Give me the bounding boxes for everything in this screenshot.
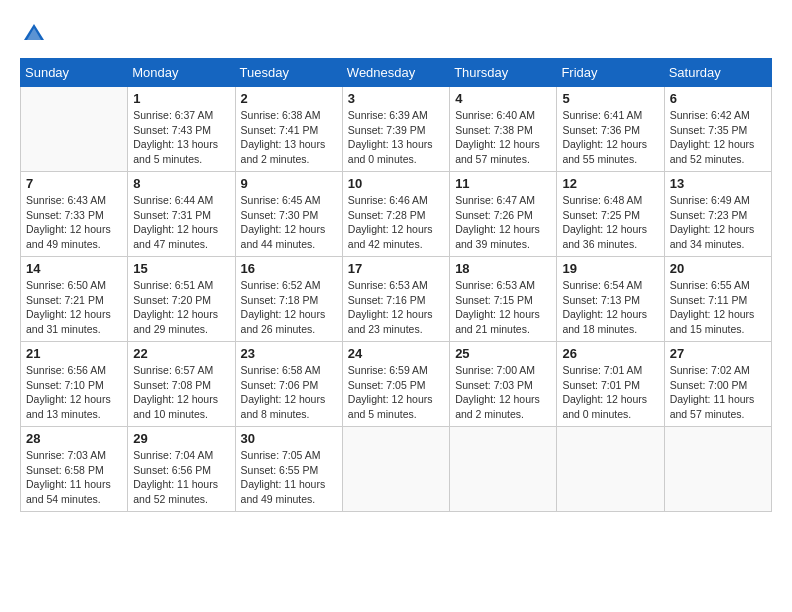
- col-header-monday: Monday: [128, 59, 235, 87]
- calendar-cell: 10 Sunrise: 6:46 AM Sunset: 7:28 PM Dayl…: [342, 172, 449, 257]
- day-number: 29: [133, 431, 229, 446]
- daylight-text: Daylight: 11 hours and 54 minutes.: [26, 478, 111, 505]
- day-number: 23: [241, 346, 337, 361]
- calendar-cell: 5 Sunrise: 6:41 AM Sunset: 7:36 PM Dayli…: [557, 87, 664, 172]
- calendar-cell: 27 Sunrise: 7:02 AM Sunset: 7:00 PM Dayl…: [664, 342, 771, 427]
- sunset-text: Sunset: 7:11 PM: [670, 294, 748, 306]
- day-info: Sunrise: 6:42 AM Sunset: 7:35 PM Dayligh…: [670, 108, 766, 167]
- daylight-text: Daylight: 11 hours and 57 minutes.: [670, 393, 755, 420]
- day-number: 13: [670, 176, 766, 191]
- sunrise-text: Sunrise: 6:54 AM: [562, 279, 642, 291]
- daylight-text: Daylight: 12 hours and 13 minutes.: [26, 393, 111, 420]
- day-info: Sunrise: 6:59 AM Sunset: 7:05 PM Dayligh…: [348, 363, 444, 422]
- daylight-text: Daylight: 12 hours and 52 minutes.: [670, 138, 755, 165]
- calendar-cell: [664, 427, 771, 512]
- day-info: Sunrise: 7:04 AM Sunset: 6:56 PM Dayligh…: [133, 448, 229, 507]
- day-info: Sunrise: 6:53 AM Sunset: 7:15 PM Dayligh…: [455, 278, 551, 337]
- calendar-cell: [21, 87, 128, 172]
- calendar-cell: 18 Sunrise: 6:53 AM Sunset: 7:15 PM Dayl…: [450, 257, 557, 342]
- sunset-text: Sunset: 7:26 PM: [455, 209, 533, 221]
- day-number: 28: [26, 431, 122, 446]
- day-info: Sunrise: 6:48 AM Sunset: 7:25 PM Dayligh…: [562, 193, 658, 252]
- day-number: 11: [455, 176, 551, 191]
- day-number: 26: [562, 346, 658, 361]
- day-number: 15: [133, 261, 229, 276]
- day-number: 25: [455, 346, 551, 361]
- week-row-3: 14 Sunrise: 6:50 AM Sunset: 7:21 PM Dayl…: [21, 257, 772, 342]
- day-info: Sunrise: 6:45 AM Sunset: 7:30 PM Dayligh…: [241, 193, 337, 252]
- day-info: Sunrise: 7:00 AM Sunset: 7:03 PM Dayligh…: [455, 363, 551, 422]
- daylight-text: Daylight: 12 hours and 5 minutes.: [348, 393, 433, 420]
- day-number: 4: [455, 91, 551, 106]
- daylight-text: Daylight: 12 hours and 34 minutes.: [670, 223, 755, 250]
- sunset-text: Sunset: 7:13 PM: [562, 294, 640, 306]
- sunrise-text: Sunrise: 6:39 AM: [348, 109, 428, 121]
- daylight-text: Daylight: 12 hours and 26 minutes.: [241, 308, 326, 335]
- day-info: Sunrise: 7:01 AM Sunset: 7:01 PM Dayligh…: [562, 363, 658, 422]
- day-info: Sunrise: 6:56 AM Sunset: 7:10 PM Dayligh…: [26, 363, 122, 422]
- sunset-text: Sunset: 7:16 PM: [348, 294, 426, 306]
- calendar-cell: 14 Sunrise: 6:50 AM Sunset: 7:21 PM Dayl…: [21, 257, 128, 342]
- sunset-text: Sunset: 6:56 PM: [133, 464, 211, 476]
- daylight-text: Daylight: 12 hours and 29 minutes.: [133, 308, 218, 335]
- daylight-text: Daylight: 12 hours and 39 minutes.: [455, 223, 540, 250]
- calendar-cell: 28 Sunrise: 7:03 AM Sunset: 6:58 PM Dayl…: [21, 427, 128, 512]
- sunset-text: Sunset: 7:08 PM: [133, 379, 211, 391]
- daylight-text: Daylight: 12 hours and 8 minutes.: [241, 393, 326, 420]
- sunset-text: Sunset: 7:18 PM: [241, 294, 319, 306]
- sunrise-text: Sunrise: 7:03 AM: [26, 449, 106, 461]
- sunrise-text: Sunrise: 6:42 AM: [670, 109, 750, 121]
- sunrise-text: Sunrise: 7:04 AM: [133, 449, 213, 461]
- sunset-text: Sunset: 7:41 PM: [241, 124, 319, 136]
- calendar-cell: 22 Sunrise: 6:57 AM Sunset: 7:08 PM Dayl…: [128, 342, 235, 427]
- day-number: 16: [241, 261, 337, 276]
- col-header-wednesday: Wednesday: [342, 59, 449, 87]
- day-info: Sunrise: 6:38 AM Sunset: 7:41 PM Dayligh…: [241, 108, 337, 167]
- day-number: 19: [562, 261, 658, 276]
- calendar-cell: 21 Sunrise: 6:56 AM Sunset: 7:10 PM Dayl…: [21, 342, 128, 427]
- daylight-text: Daylight: 12 hours and 21 minutes.: [455, 308, 540, 335]
- sunset-text: Sunset: 7:21 PM: [26, 294, 104, 306]
- logo-icon: [20, 20, 48, 48]
- sunrise-text: Sunrise: 6:55 AM: [670, 279, 750, 291]
- sunset-text: Sunset: 7:36 PM: [562, 124, 640, 136]
- sunset-text: Sunset: 7:43 PM: [133, 124, 211, 136]
- sunrise-text: Sunrise: 6:53 AM: [348, 279, 428, 291]
- day-header-row: SundayMondayTuesdayWednesdayThursdayFrid…: [21, 59, 772, 87]
- sunset-text: Sunset: 7:35 PM: [670, 124, 748, 136]
- week-row-5: 28 Sunrise: 7:03 AM Sunset: 6:58 PM Dayl…: [21, 427, 772, 512]
- sunset-text: Sunset: 7:33 PM: [26, 209, 104, 221]
- calendar-cell: 6 Sunrise: 6:42 AM Sunset: 7:35 PM Dayli…: [664, 87, 771, 172]
- day-info: Sunrise: 6:52 AM Sunset: 7:18 PM Dayligh…: [241, 278, 337, 337]
- calendar-cell: 9 Sunrise: 6:45 AM Sunset: 7:30 PM Dayli…: [235, 172, 342, 257]
- daylight-text: Daylight: 11 hours and 52 minutes.: [133, 478, 218, 505]
- sunrise-text: Sunrise: 6:49 AM: [670, 194, 750, 206]
- calendar-cell: 3 Sunrise: 6:39 AM Sunset: 7:39 PM Dayli…: [342, 87, 449, 172]
- day-number: 18: [455, 261, 551, 276]
- day-number: 12: [562, 176, 658, 191]
- day-info: Sunrise: 6:49 AM Sunset: 7:23 PM Dayligh…: [670, 193, 766, 252]
- sunset-text: Sunset: 6:58 PM: [26, 464, 104, 476]
- sunrise-text: Sunrise: 6:56 AM: [26, 364, 106, 376]
- sunset-text: Sunset: 7:01 PM: [562, 379, 640, 391]
- sunrise-text: Sunrise: 7:02 AM: [670, 364, 750, 376]
- calendar-cell: 19 Sunrise: 6:54 AM Sunset: 7:13 PM Dayl…: [557, 257, 664, 342]
- col-header-saturday: Saturday: [664, 59, 771, 87]
- calendar-cell: [557, 427, 664, 512]
- sunrise-text: Sunrise: 7:05 AM: [241, 449, 321, 461]
- daylight-text: Daylight: 12 hours and 57 minutes.: [455, 138, 540, 165]
- day-number: 27: [670, 346, 766, 361]
- daylight-text: Daylight: 12 hours and 0 minutes.: [562, 393, 647, 420]
- sunrise-text: Sunrise: 6:45 AM: [241, 194, 321, 206]
- calendar-cell: 25 Sunrise: 7:00 AM Sunset: 7:03 PM Dayl…: [450, 342, 557, 427]
- calendar-cell: 20 Sunrise: 6:55 AM Sunset: 7:11 PM Dayl…: [664, 257, 771, 342]
- col-header-sunday: Sunday: [21, 59, 128, 87]
- sunset-text: Sunset: 7:30 PM: [241, 209, 319, 221]
- week-row-1: 1 Sunrise: 6:37 AM Sunset: 7:43 PM Dayli…: [21, 87, 772, 172]
- day-info: Sunrise: 6:47 AM Sunset: 7:26 PM Dayligh…: [455, 193, 551, 252]
- daylight-text: Daylight: 12 hours and 2 minutes.: [455, 393, 540, 420]
- day-info: Sunrise: 6:50 AM Sunset: 7:21 PM Dayligh…: [26, 278, 122, 337]
- calendar-cell: 30 Sunrise: 7:05 AM Sunset: 6:55 PM Dayl…: [235, 427, 342, 512]
- daylight-text: Daylight: 12 hours and 18 minutes.: [562, 308, 647, 335]
- day-number: 5: [562, 91, 658, 106]
